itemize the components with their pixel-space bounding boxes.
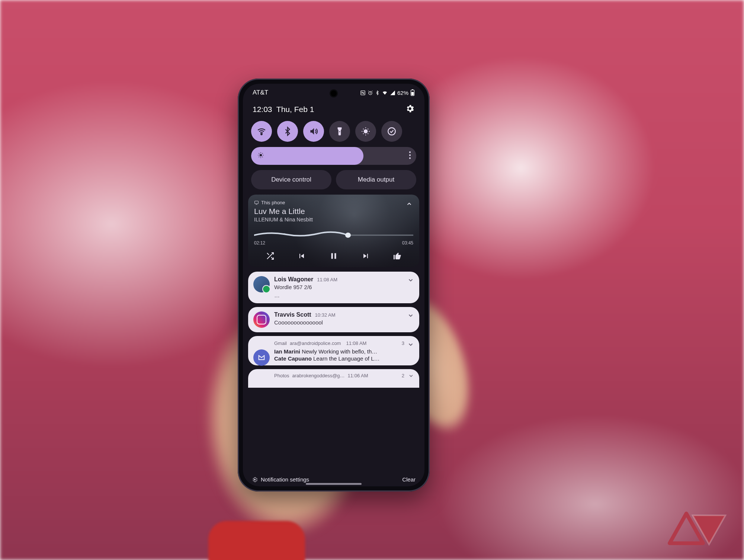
svg-point-6	[339, 131, 340, 132]
watch-band	[208, 521, 305, 560]
sound-toggle[interactable]	[303, 121, 324, 142]
brightness-more-button[interactable]	[409, 151, 411, 161]
instagram-icon	[253, 311, 270, 328]
media-title: Luv Me a Little	[254, 207, 413, 216]
svg-point-14	[345, 233, 351, 238]
clock-time: 12:03	[253, 105, 272, 113]
sun-icon	[257, 151, 264, 160]
battery-label: 62%	[397, 90, 408, 96]
svg-point-7	[364, 130, 368, 133]
media-source: This phone	[254, 200, 413, 205]
elapsed-time: 02:12	[254, 240, 265, 246]
svg-rect-16	[334, 253, 336, 259]
brightness-slider[interactable]	[251, 147, 416, 165]
notification-group[interactable]: Gmail ara@androidpolice.com 11:08 AM 3 I…	[248, 336, 419, 365]
media-player-card[interactable]: This phone Luv Me a Little ILLENIUM & Ni…	[248, 195, 419, 267]
qs-header: 12:03 Thu, Feb 1	[243, 96, 424, 119]
nav-bar-pill[interactable]	[306, 483, 362, 485]
signal-icon	[390, 90, 395, 96]
notification-peek[interactable]: Photos arabrokengoddess@g… 11:06 AM 2	[248, 369, 419, 388]
shade-footer: Notification settings Clear	[243, 476, 424, 483]
expand-button[interactable]	[408, 373, 414, 380]
dark-mode-toggle[interactable]	[355, 121, 376, 142]
clear-button[interactable]: Clear	[402, 476, 416, 483]
wifi-icon	[382, 90, 388, 96]
svg-point-17	[254, 479, 256, 480]
phone-frame: AT&T 62% 12:03 Thu, Feb 1	[238, 79, 430, 492]
nfc-icon	[360, 90, 366, 96]
group-line: Ian Marini Newly Working with beflo, th…	[274, 348, 414, 355]
brightness-fill	[251, 147, 363, 165]
account-label: ara@androidpolice.com	[290, 340, 341, 346]
wifi-toggle[interactable]	[251, 121, 272, 142]
alarm-icon	[368, 90, 373, 96]
media-progress[interactable]	[254, 228, 413, 239]
wifi-icon	[257, 127, 266, 136]
notification-card[interactable]: Travvis Scott10:32 AM Cooooooooooooool	[248, 307, 419, 332]
shuffle-icon	[266, 252, 275, 260]
chevron-down-icon	[407, 277, 414, 284]
chevron-down-icon	[408, 373, 414, 379]
skip-next-icon	[361, 252, 370, 260]
gear-small-icon	[252, 477, 258, 483]
media-artist: ILLENIUM & Nina Nesbitt	[254, 217, 413, 223]
expand-button[interactable]	[407, 277, 414, 285]
media-output-button[interactable]: Media output	[336, 170, 416, 189]
chevron-down-icon	[407, 341, 414, 348]
thumbs-up-icon	[393, 252, 402, 260]
mode-toggle[interactable]	[381, 121, 402, 142]
expand-button[interactable]	[407, 312, 414, 320]
skip-previous-icon	[297, 252, 306, 260]
svg-point-8	[388, 128, 395, 135]
media-controls	[254, 249, 413, 263]
peek-time: 11:06 AM	[348, 373, 368, 388]
clock-day: Thu, Feb 1	[276, 105, 314, 113]
avatar	[253, 276, 270, 292]
notif-time: 11:08 AM	[317, 277, 337, 282]
total-time: 03:45	[402, 240, 413, 246]
device-control-button[interactable]: Device control	[251, 170, 331, 189]
pause-button[interactable]	[327, 249, 340, 263]
pause-icon	[329, 251, 339, 261]
svg-point-12	[409, 157, 411, 159]
svg-rect-4	[411, 92, 414, 95]
clock-date[interactable]: 12:03 Thu, Feb 1	[253, 105, 314, 114]
qs-chips: Device control Media output	[243, 170, 424, 195]
waveform	[254, 228, 413, 239]
notif-extra: …	[274, 292, 414, 299]
app-name: Photos	[274, 373, 289, 388]
media-collapse-button[interactable]	[406, 201, 413, 209]
svg-point-5	[261, 134, 262, 135]
notif-body: Wordle 957 2/6	[274, 284, 414, 291]
phone-screen: AT&T 62% 12:03 Thu, Feb 1	[243, 84, 424, 486]
flashlight-icon	[335, 127, 344, 136]
sound-icon	[309, 127, 318, 136]
gmail-icon	[253, 349, 270, 366]
punch-hole-camera	[331, 90, 337, 96]
sender-name: Lois Wagoner	[274, 276, 313, 283]
previous-button[interactable]	[295, 249, 308, 263]
flashlight-toggle[interactable]	[329, 121, 350, 142]
watermark-logo	[666, 508, 729, 549]
status-icons: 62%	[360, 89, 415, 96]
settings-button[interactable]	[405, 104, 415, 115]
bluetooth-icon	[283, 127, 292, 136]
like-button[interactable]	[391, 249, 404, 263]
group-time: 11:08 AM	[346, 340, 366, 346]
svg-rect-13	[255, 201, 259, 204]
brightness-icon	[361, 127, 371, 136]
app-name: Gmail	[274, 340, 287, 346]
shuffle-button[interactable]	[263, 249, 277, 263]
svg-point-9	[260, 154, 262, 157]
svg-point-10	[409, 151, 411, 153]
notification-settings-button[interactable]: Notification settings	[252, 476, 309, 483]
chevron-down-icon	[407, 312, 414, 319]
notif-time: 10:32 AM	[315, 312, 336, 318]
svg-point-11	[409, 154, 411, 156]
svg-rect-15	[331, 253, 333, 259]
bluetooth-toggle[interactable]	[277, 121, 298, 142]
notif-body: Cooooooooooooool	[274, 319, 414, 326]
expand-button[interactable]	[407, 341, 414, 349]
notification-card[interactable]: Lois Wagoner11:08 AM Wordle 957 2/6 …	[248, 272, 419, 303]
next-button[interactable]	[359, 249, 372, 263]
